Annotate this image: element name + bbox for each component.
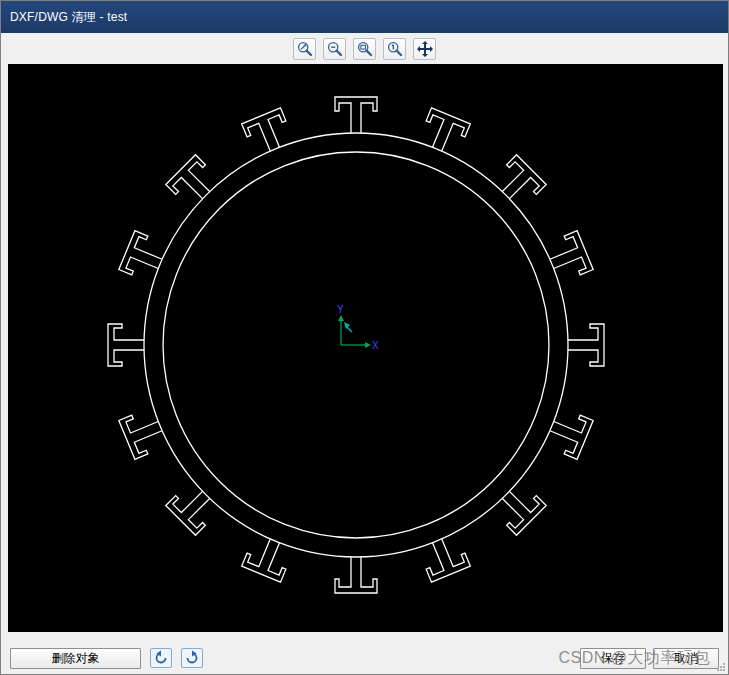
footer-bar: 删除对象 保存 取消 [1, 645, 728, 671]
drawing-canvas[interactable]: XY [8, 64, 723, 632]
zoom-one-icon [386, 40, 404, 58]
zoom-out-button[interactable] [323, 38, 346, 60]
cad-svg: XY [8, 64, 723, 632]
zoom-one-button[interactable] [383, 38, 406, 60]
delete-object-button[interactable]: 删除对象 [10, 648, 141, 669]
zoom-dynamic-icon [296, 40, 314, 58]
redo-icon [184, 649, 200, 668]
undo-icon [153, 649, 169, 668]
dxf-cleanup-dialog: DXF/DWG 清理 - test [0, 0, 729, 675]
save-button[interactable]: 保存 [580, 648, 646, 669]
undo-button[interactable] [150, 648, 172, 668]
pan-button[interactable] [413, 38, 436, 60]
zoom-window-button[interactable] [353, 38, 376, 60]
toolbar [1, 33, 728, 64]
title-bar[interactable]: DXF/DWG 清理 - test [1, 1, 728, 33]
redo-button[interactable] [181, 648, 203, 668]
svg-text:X: X [372, 340, 379, 351]
cancel-button[interactable]: 取消 [653, 648, 719, 669]
pan-icon [416, 40, 434, 58]
zoom-dynamic-button[interactable] [293, 38, 316, 60]
zoom-window-icon [356, 40, 374, 58]
window-title: DXF/DWG 清理 - test [10, 9, 127, 26]
resize-grip[interactable] [714, 660, 726, 672]
svg-text:Y: Y [337, 304, 344, 315]
zoom-out-icon [326, 40, 344, 58]
